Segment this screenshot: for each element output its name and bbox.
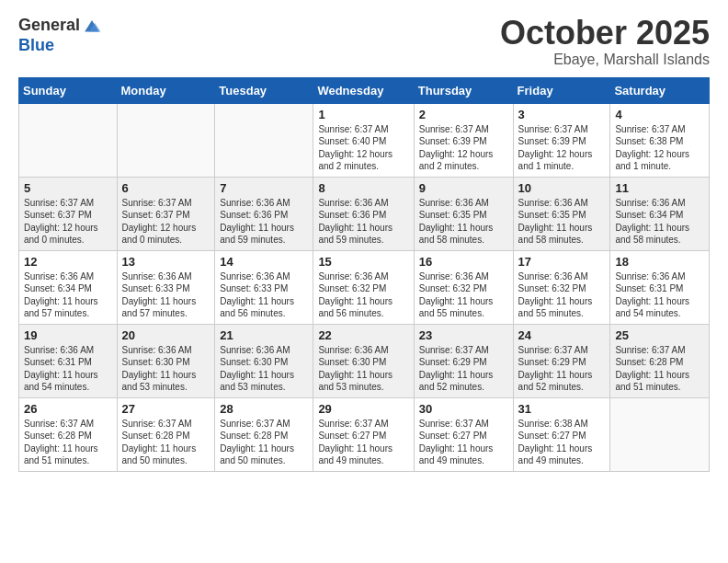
day-info: Sunrise: 6:38 AM Sunset: 6:27 PM Dayligh… xyxy=(518,418,606,467)
table-row: 31Sunrise: 6:38 AM Sunset: 6:27 PM Dayli… xyxy=(513,397,610,471)
header-thursday: Thursday xyxy=(414,77,513,103)
day-number: 27 xyxy=(122,402,210,416)
table-row: 24Sunrise: 6:37 AM Sunset: 6:29 PM Dayli… xyxy=(513,324,610,397)
table-row: 6Sunrise: 6:37 AM Sunset: 6:37 PM Daylig… xyxy=(117,177,215,250)
day-number: 18 xyxy=(615,255,704,269)
table-row xyxy=(215,103,313,177)
table-row: 13Sunrise: 6:36 AM Sunset: 6:33 PM Dayli… xyxy=(117,250,215,324)
table-row: 30Sunrise: 6:37 AM Sunset: 6:27 PM Dayli… xyxy=(414,397,513,471)
day-info: Sunrise: 6:36 AM Sunset: 6:32 PM Dayligh… xyxy=(318,270,408,320)
table-row: 1Sunrise: 6:37 AM Sunset: 6:40 PM Daylig… xyxy=(313,103,414,177)
day-number: 21 xyxy=(220,328,308,342)
table-row xyxy=(117,103,215,177)
header: General Blue October 2025 Ebaye, Marshal… xyxy=(18,15,710,68)
day-info: Sunrise: 6:37 AM Sunset: 6:39 PM Dayligh… xyxy=(518,123,606,173)
day-info: Sunrise: 6:36 AM Sunset: 6:34 PM Dayligh… xyxy=(615,197,704,247)
day-number: 20 xyxy=(122,328,210,342)
day-info: Sunrise: 6:37 AM Sunset: 6:37 PM Dayligh… xyxy=(122,197,210,247)
logo-icon xyxy=(82,17,102,37)
day-info: Sunrise: 6:36 AM Sunset: 6:32 PM Dayligh… xyxy=(419,270,508,320)
day-info: Sunrise: 6:37 AM Sunset: 6:29 PM Dayligh… xyxy=(419,344,508,394)
header-wednesday: Wednesday xyxy=(313,77,414,103)
table-row xyxy=(19,103,118,177)
table-row: 9Sunrise: 6:36 AM Sunset: 6:35 PM Daylig… xyxy=(414,177,513,250)
table-row xyxy=(610,397,710,471)
day-number: 24 xyxy=(518,328,606,342)
day-number: 30 xyxy=(419,402,508,416)
day-info: Sunrise: 6:36 AM Sunset: 6:35 PM Dayligh… xyxy=(419,197,508,247)
day-number: 28 xyxy=(220,402,308,416)
day-number: 10 xyxy=(518,181,606,195)
day-info: Sunrise: 6:37 AM Sunset: 6:28 PM Dayligh… xyxy=(24,418,112,467)
title-area: October 2025 Ebaye, Marshall Islands xyxy=(500,15,710,68)
day-info: Sunrise: 6:36 AM Sunset: 6:36 PM Dayligh… xyxy=(318,197,408,247)
day-number: 1 xyxy=(318,108,408,121)
day-number: 14 xyxy=(220,255,308,269)
day-info: Sunrise: 6:37 AM Sunset: 6:39 PM Dayligh… xyxy=(419,123,508,173)
table-row: 27Sunrise: 6:37 AM Sunset: 6:28 PM Dayli… xyxy=(117,397,215,471)
day-number: 4 xyxy=(615,108,704,121)
table-row: 15Sunrise: 6:36 AM Sunset: 6:32 PM Dayli… xyxy=(313,250,414,324)
day-number: 25 xyxy=(615,328,704,342)
table-row: 22Sunrise: 6:36 AM Sunset: 6:30 PM Dayli… xyxy=(313,324,414,397)
table-row: 11Sunrise: 6:36 AM Sunset: 6:34 PM Dayli… xyxy=(610,177,710,250)
table-row: 16Sunrise: 6:36 AM Sunset: 6:32 PM Dayli… xyxy=(414,250,513,324)
day-number: 5 xyxy=(24,181,112,195)
page: General Blue October 2025 Ebaye, Marshal… xyxy=(0,0,728,487)
day-number: 22 xyxy=(318,328,408,342)
day-info: Sunrise: 6:37 AM Sunset: 6:38 PM Dayligh… xyxy=(615,123,704,173)
day-number: 19 xyxy=(24,328,112,342)
table-row: 10Sunrise: 6:36 AM Sunset: 6:35 PM Dayli… xyxy=(513,177,610,250)
day-info: Sunrise: 6:36 AM Sunset: 6:34 PM Dayligh… xyxy=(24,270,112,320)
header-saturday: Saturday xyxy=(610,77,710,103)
day-info: Sunrise: 6:36 AM Sunset: 6:31 PM Dayligh… xyxy=(24,344,112,394)
table-row: 25Sunrise: 6:37 AM Sunset: 6:28 PM Dayli… xyxy=(610,324,710,397)
location: Ebaye, Marshall Islands xyxy=(500,52,710,68)
table-row: 26Sunrise: 6:37 AM Sunset: 6:28 PM Dayli… xyxy=(19,397,118,471)
day-info: Sunrise: 6:36 AM Sunset: 6:30 PM Dayligh… xyxy=(122,344,210,394)
header-tuesday: Tuesday xyxy=(215,77,313,103)
day-number: 15 xyxy=(318,255,408,269)
table-row: 14Sunrise: 6:36 AM Sunset: 6:33 PM Dayli… xyxy=(215,250,313,324)
day-info: Sunrise: 6:36 AM Sunset: 6:33 PM Dayligh… xyxy=(122,270,210,320)
day-info: Sunrise: 6:36 AM Sunset: 6:33 PM Dayligh… xyxy=(220,270,308,320)
calendar-week-row: 1Sunrise: 6:37 AM Sunset: 6:40 PM Daylig… xyxy=(19,103,710,177)
table-row: 8Sunrise: 6:36 AM Sunset: 6:36 PM Daylig… xyxy=(313,177,414,250)
table-row: 7Sunrise: 6:36 AM Sunset: 6:36 PM Daylig… xyxy=(215,177,313,250)
day-info: Sunrise: 6:37 AM Sunset: 6:28 PM Dayligh… xyxy=(220,418,308,467)
day-number: 29 xyxy=(318,402,408,416)
day-number: 9 xyxy=(419,181,508,195)
table-row: 21Sunrise: 6:36 AM Sunset: 6:30 PM Dayli… xyxy=(215,324,313,397)
weekday-header-row: Sunday Monday Tuesday Wednesday Thursday… xyxy=(19,77,710,103)
day-number: 11 xyxy=(615,181,704,195)
day-number: 16 xyxy=(419,255,508,269)
table-row: 23Sunrise: 6:37 AM Sunset: 6:29 PM Dayli… xyxy=(414,324,513,397)
table-row: 29Sunrise: 6:37 AM Sunset: 6:27 PM Dayli… xyxy=(313,397,414,471)
day-number: 6 xyxy=(122,181,210,195)
day-number: 3 xyxy=(518,108,606,121)
day-info: Sunrise: 6:37 AM Sunset: 6:27 PM Dayligh… xyxy=(419,418,508,467)
day-info: Sunrise: 6:37 AM Sunset: 6:27 PM Dayligh… xyxy=(318,418,408,467)
header-friday: Friday xyxy=(513,77,610,103)
header-sunday: Sunday xyxy=(19,77,118,103)
day-number: 2 xyxy=(419,108,508,121)
day-info: Sunrise: 6:36 AM Sunset: 6:32 PM Dayligh… xyxy=(518,270,606,320)
table-row: 2Sunrise: 6:37 AM Sunset: 6:39 PM Daylig… xyxy=(414,103,513,177)
day-info: Sunrise: 6:37 AM Sunset: 6:40 PM Dayligh… xyxy=(318,123,408,173)
calendar-week-row: 19Sunrise: 6:36 AM Sunset: 6:31 PM Dayli… xyxy=(19,324,710,397)
calendar-week-row: 5Sunrise: 6:37 AM Sunset: 6:37 PM Daylig… xyxy=(19,177,710,250)
day-info: Sunrise: 6:37 AM Sunset: 6:29 PM Dayligh… xyxy=(518,344,606,394)
calendar-week-row: 26Sunrise: 6:37 AM Sunset: 6:28 PM Dayli… xyxy=(19,397,710,471)
logo-blue: Blue xyxy=(18,37,102,55)
table-row: 3Sunrise: 6:37 AM Sunset: 6:39 PM Daylig… xyxy=(513,103,610,177)
day-number: 23 xyxy=(419,328,508,342)
day-number: 12 xyxy=(24,255,112,269)
day-info: Sunrise: 6:36 AM Sunset: 6:30 PM Dayligh… xyxy=(318,344,408,394)
day-number: 26 xyxy=(24,402,112,416)
header-monday: Monday xyxy=(117,77,215,103)
day-info: Sunrise: 6:36 AM Sunset: 6:35 PM Dayligh… xyxy=(518,197,606,247)
table-row: 12Sunrise: 6:36 AM Sunset: 6:34 PM Dayli… xyxy=(19,250,118,324)
table-row: 5Sunrise: 6:37 AM Sunset: 6:37 PM Daylig… xyxy=(19,177,118,250)
day-number: 13 xyxy=(122,255,210,269)
day-info: Sunrise: 6:36 AM Sunset: 6:36 PM Dayligh… xyxy=(220,197,308,247)
